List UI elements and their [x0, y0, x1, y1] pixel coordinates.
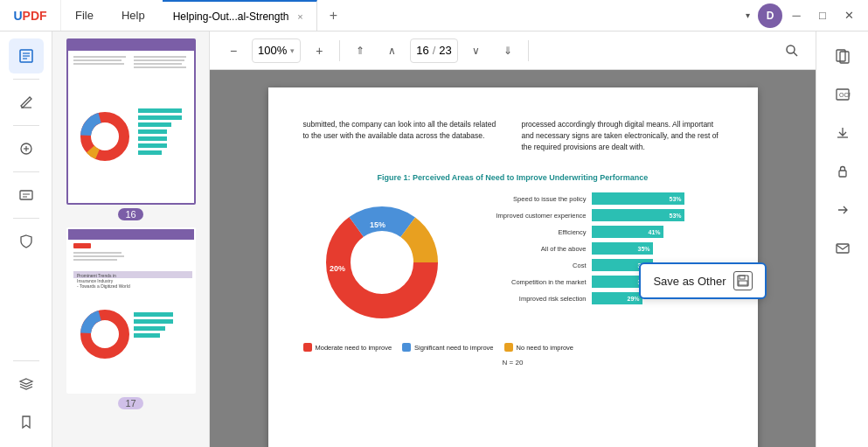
svg-rect-8 [20, 191, 32, 199]
thumb-preview-16 [68, 40, 196, 205]
thumbnail-page-16[interactable]: 16 [61, 38, 201, 220]
pdf-right-text: processed accordingly through digital me… [522, 119, 723, 152]
legend-label-moderate: Moderate need to improve [316, 344, 392, 352]
svg-rect-18 [134, 63, 182, 65]
current-page-display: 16 [416, 44, 428, 57]
page-input[interactable]: 16 / 23 [410, 38, 458, 63]
tool-divider-2 [13, 125, 39, 126]
bookmark-tool-button[interactable] [9, 405, 44, 440]
close-button[interactable]: ✕ [837, 3, 861, 28]
bookmark-icon [18, 415, 34, 430]
chart-legend: Moderate need to improve Significant nee… [303, 343, 723, 352]
svg-rect-31 [68, 229, 196, 394]
zoom-chevron-icon: ▾ [290, 46, 295, 55]
form-tool-button[interactable] [9, 178, 44, 213]
search-button[interactable] [779, 38, 805, 64]
thumbnail-page-17[interactable]: Prominent Trends in Insurance Industry -… [61, 227, 201, 409]
svg-rect-15 [73, 63, 124, 65]
figure-title: Figure 1: Perceived Areas of Need to Imp… [303, 173, 723, 182]
new-tab-button[interactable]: + [321, 3, 345, 28]
svg-rect-26 [138, 122, 171, 127]
minimize-button[interactable]: ─ [784, 3, 809, 28]
svg-rect-27 [138, 129, 167, 134]
save-as-other-popup[interactable]: Save as Other [639, 262, 766, 299]
reader-tool-button[interactable] [9, 38, 44, 73]
svg-rect-58 [740, 276, 745, 279]
active-tab[interactable]: Helping-Out...al-Strength × [163, 0, 318, 31]
svg-rect-66 [837, 244, 849, 253]
total-pages-display: 23 [439, 44, 451, 57]
edit-tool-button[interactable] [9, 85, 44, 120]
svg-rect-16 [134, 56, 186, 58]
ocr-button[interactable]: OCR [825, 77, 860, 112]
pdf-left-text: submitted, the company can look into all… [303, 119, 504, 152]
page-down-button[interactable]: ∨ [463, 38, 490, 64]
n-label: N = 20 [303, 359, 723, 367]
form-icon [18, 187, 34, 203]
tool-divider-5 [13, 360, 39, 361]
protect-panel-button[interactable] [825, 154, 860, 189]
tab-title: Helping-Out...al-Strength [173, 10, 289, 23]
svg-text:15%: 15% [370, 220, 385, 229]
svg-rect-46 [134, 326, 165, 331]
zoom-in-button[interactable]: + [306, 38, 332, 64]
save-as-other-label: Save as Other [653, 275, 726, 288]
pages-panel-button[interactable] [825, 38, 860, 73]
page-bottom-button[interactable]: ⇓ [495, 38, 521, 64]
avatar[interactable]: D [758, 3, 782, 28]
restore-button[interactable]: □ [810, 3, 835, 28]
tool-divider-4 [13, 218, 39, 219]
thumb-preview-17: Prominent Trends in Insurance Industry -… [68, 229, 196, 394]
annotate-tool-button[interactable] [9, 131, 44, 166]
donut-chart: 15% 20% 65% [303, 192, 461, 332]
reader-icon [18, 48, 34, 64]
left-sidebar [0, 31, 52, 447]
pdf-content[interactable]: submitted, the company can look into all… [210, 70, 816, 447]
bar-row-1: Speed to issue the policy 53% [478, 192, 723, 205]
layers-tool-button[interactable] [9, 367, 44, 402]
page-top-button[interactable]: ⇑ [347, 38, 373, 64]
svg-rect-36 [73, 259, 117, 261]
ocr-icon: OCR [835, 87, 851, 102]
extract-button[interactable] [825, 115, 860, 150]
legend-dot-none [504, 343, 513, 352]
toolbar-right [779, 38, 805, 64]
protect-tool-button[interactable] [9, 224, 44, 259]
bar-row-4: All of the above 35% [478, 242, 723, 255]
zoom-display[interactable]: 100% ▾ [252, 38, 301, 63]
page-up-button[interactable]: ∧ [378, 38, 405, 64]
share-button[interactable] [825, 192, 860, 227]
pdf-text-columns: submitted, the company can look into all… [303, 119, 723, 161]
legend-dot-moderate [303, 343, 312, 352]
svg-text:65%: 65% [387, 269, 403, 277]
page-navigation: 16 / 23 [410, 38, 458, 63]
mail-button[interactable] [825, 231, 860, 266]
svg-point-43 [96, 325, 114, 343]
chevron-down-icon[interactable]: ▾ [739, 3, 756, 28]
legend-item-significant: Significant need to improve [402, 343, 493, 352]
svg-rect-33 [73, 243, 91, 248]
legend-label-significant: Significant need to improve [414, 344, 493, 352]
tab-close-button[interactable]: × [294, 10, 306, 23]
menu-help[interactable]: Help [108, 0, 159, 31]
zoom-out-button[interactable]: − [220, 38, 247, 64]
app-logo: UPDF [0, 0, 61, 31]
svg-rect-35 [73, 255, 124, 257]
svg-text:20%: 20% [330, 264, 345, 273]
zoom-level-label: 100% [258, 44, 287, 57]
thumb-img-17: Prominent Trends in Insurance Industry -… [66, 227, 196, 394]
menu-file[interactable]: File [61, 0, 108, 31]
svg-rect-24 [138, 108, 182, 113]
menu-bar: File Help [61, 0, 159, 31]
svg-rect-29 [138, 143, 167, 148]
window-controls: ▾ D ─ □ ✕ [739, 3, 868, 28]
svg-point-23 [96, 128, 114, 145]
legend-item-moderate: Moderate need to improve [303, 343, 392, 352]
svg-rect-13 [73, 56, 126, 58]
legend-item-none: No need to improve [504, 343, 573, 352]
search-icon [785, 44, 799, 58]
page-separator: / [433, 44, 436, 57]
svg-rect-25 [138, 115, 182, 120]
svg-text:- Towards a Digitized World: - Towards a Digitized World [77, 283, 130, 289]
legend-label-none: No need to improve [517, 344, 573, 352]
